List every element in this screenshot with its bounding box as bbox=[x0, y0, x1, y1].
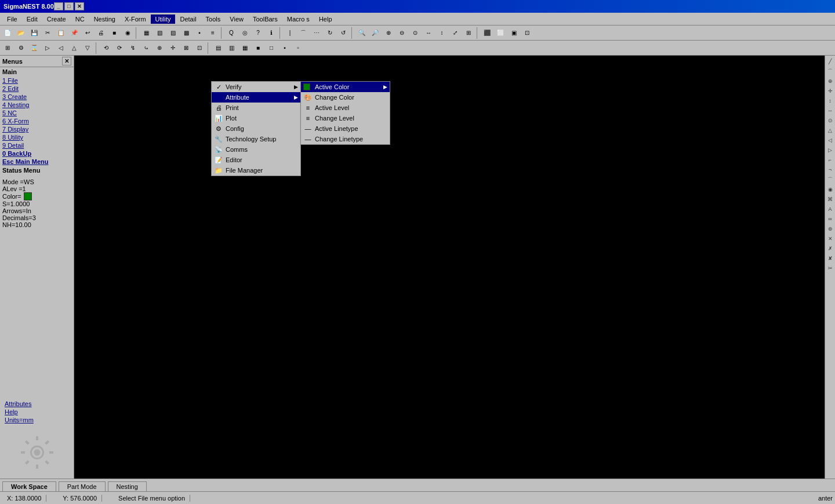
sidebar-item-edit[interactable]: 2 Edit bbox=[0, 85, 74, 93]
tb2-c3[interactable]: ▦ bbox=[238, 42, 251, 54]
submenu-item-change-linetype[interactable]: — Change Linetype bbox=[301, 134, 390, 144]
rt-btn-19[interactable]: ✕ bbox=[826, 234, 835, 243]
tb2-c5[interactable]: □ bbox=[265, 42, 278, 54]
tb-b5[interactable]: ▨ bbox=[166, 27, 179, 39]
tb2-c2[interactable]: ▥ bbox=[225, 42, 238, 54]
menu-edit[interactable]: Edit bbox=[22, 14, 42, 24]
menu-xform[interactable]: X-Form bbox=[120, 14, 151, 24]
rt-btn-13[interactable]: ⌒ bbox=[826, 175, 835, 184]
rt-btn-2[interactable]: ⌒ bbox=[826, 67, 835, 76]
tb-b1[interactable]: ■ bbox=[108, 27, 121, 39]
rt-btn-15[interactable]: ⌘ bbox=[826, 195, 835, 204]
rt-btn-8[interactable]: △ bbox=[826, 126, 835, 135]
submenu-item-change-color[interactable]: 🎨 Change Color bbox=[301, 92, 390, 103]
tb-e9[interactable]: ⊞ bbox=[462, 27, 475, 39]
tb-d4[interactable]: ↻ bbox=[324, 27, 336, 39]
rt-btn-11[interactable]: ⌐ bbox=[826, 155, 835, 165]
tb-new[interactable]: 📄 bbox=[1, 27, 14, 39]
tb2-b2[interactable]: ⟳ bbox=[113, 42, 126, 54]
tb-undo[interactable]: ↩ bbox=[81, 27, 94, 39]
sidebar-item-detail[interactable]: 9 Detail bbox=[0, 141, 74, 149]
tab-workspace[interactable]: Work Space bbox=[2, 481, 56, 491]
submenu-item-active-color[interactable]: Active Color ▶ bbox=[301, 82, 390, 92]
tb-copy[interactable]: 📋 bbox=[55, 27, 67, 39]
menu-item-config[interactable]: ⚙ Config bbox=[212, 123, 300, 134]
tb-e4[interactable]: ⊖ bbox=[395, 27, 408, 39]
tb-d1[interactable]: | bbox=[284, 27, 296, 39]
menu-item-technology-setup[interactable]: 🔧 Technology Setup bbox=[212, 134, 300, 144]
sidebar-item-nesting[interactable]: 4 Nesting bbox=[0, 101, 74, 109]
submenu-item-active-level[interactable]: ≡ Active Level bbox=[301, 103, 390, 113]
menu-item-editor[interactable]: 📝 Editor bbox=[212, 155, 300, 165]
tb2-a4[interactable]: ▷ bbox=[41, 42, 54, 54]
tb2-b6[interactable]: ✛ bbox=[166, 42, 179, 54]
tb-e6[interactable]: ↔ bbox=[422, 27, 435, 39]
tb-c3[interactable]: ? bbox=[252, 27, 264, 39]
tb-b6[interactable]: ▩ bbox=[180, 27, 193, 39]
maximize-button[interactable]: □ bbox=[64, 2, 74, 10]
tb-print[interactable]: 🖨 bbox=[95, 27, 107, 39]
tb-save[interactable]: 💾 bbox=[28, 27, 41, 39]
tb-e2[interactable]: 🔎 bbox=[369, 27, 382, 39]
rt-btn-9[interactable]: ◁ bbox=[826, 136, 835, 145]
rt-btn-7[interactable]: ⊙ bbox=[826, 116, 835, 125]
rt-btn-10[interactable]: ▷ bbox=[826, 145, 835, 155]
tb-d2[interactable]: ⌒ bbox=[297, 27, 310, 39]
tb-b3[interactable]: ▦ bbox=[140, 27, 153, 39]
tb2-a5[interactable]: ◁ bbox=[55, 42, 67, 54]
tb-e1[interactable]: 🔍 bbox=[355, 27, 368, 39]
rt-btn-21[interactable]: ✘ bbox=[826, 254, 835, 263]
sidebar-item-backup[interactable]: 0 BackUp bbox=[0, 149, 74, 158]
tb2-b1[interactable]: ⟲ bbox=[100, 42, 112, 54]
menu-item-print[interactable]: 🖨 Print bbox=[212, 103, 300, 113]
sidebar-item-nc[interactable]: 5 NC bbox=[0, 109, 74, 117]
tb2-a7[interactable]: ▽ bbox=[81, 42, 94, 54]
tb-e7[interactable]: ↕ bbox=[435, 27, 448, 39]
sidebar-item-esc[interactable]: Esc Main Menu bbox=[0, 158, 74, 166]
tb-b2[interactable]: ◉ bbox=[121, 27, 134, 39]
tb-f2[interactable]: ⬜ bbox=[494, 27, 507, 39]
tb-d5[interactable]: ↺ bbox=[337, 27, 350, 39]
close-button[interactable]: ✕ bbox=[75, 2, 84, 10]
rt-btn-3[interactable]: ⊕ bbox=[826, 76, 835, 86]
menu-nc[interactable]: NC bbox=[71, 14, 89, 24]
menu-item-comms[interactable]: 📡 Comms bbox=[212, 144, 300, 155]
sidebar-units[interactable]: Units=mm bbox=[2, 416, 71, 424]
tb-e5[interactable]: ⊙ bbox=[409, 27, 422, 39]
rt-btn-1[interactable]: ╱ bbox=[826, 57, 835, 66]
tb-b8[interactable]: ≡ bbox=[206, 27, 219, 39]
tb-e8[interactable]: ⤢ bbox=[449, 27, 462, 39]
rt-btn-22[interactable]: ✂ bbox=[826, 264, 835, 273]
sidebar-help[interactable]: Help bbox=[2, 408, 71, 416]
sidebar-item-create[interactable]: 3 Create bbox=[0, 93, 74, 101]
menu-toolbars[interactable]: ToolBars bbox=[248, 14, 282, 24]
menu-item-verify[interactable]: ✓ Verify ▶ bbox=[212, 82, 300, 92]
tb2-a3[interactable]: ⌛ bbox=[28, 42, 41, 54]
tb-d3[interactable]: ⋯ bbox=[310, 27, 323, 39]
tb2-b4[interactable]: ⤿ bbox=[140, 42, 153, 54]
rt-btn-5[interactable]: ↕ bbox=[826, 96, 835, 105]
tb2-a2[interactable]: ⚙ bbox=[14, 42, 27, 54]
menu-nesting[interactable]: Nesting bbox=[89, 14, 120, 24]
tb-c2[interactable]: ◎ bbox=[238, 27, 251, 39]
tb2-c6[interactable]: ▪ bbox=[278, 42, 291, 54]
submenu-item-change-level[interactable]: ≡ Change Level bbox=[301, 113, 390, 123]
tb-cut[interactable]: ✂ bbox=[41, 27, 54, 39]
tb-f3[interactable]: ▣ bbox=[507, 27, 520, 39]
tb2-a1[interactable]: ⊞ bbox=[1, 42, 14, 54]
sidebar-item-display[interactable]: 7 Display bbox=[0, 125, 74, 133]
rt-btn-6[interactable]: ↔ bbox=[826, 106, 835, 115]
rt-btn-18[interactable]: ⊛ bbox=[826, 224, 835, 233]
menu-utility[interactable]: Utility bbox=[151, 14, 176, 24]
sidebar-item-xform[interactable]: 6 X-Form bbox=[0, 117, 74, 125]
sidebar-item-utility[interactable]: 8 Utility bbox=[0, 133, 74, 141]
rt-btn-14[interactable]: ◉ bbox=[826, 185, 835, 194]
menu-file[interactable]: File bbox=[2, 14, 22, 24]
tb2-c4[interactable]: ■ bbox=[252, 42, 264, 54]
menu-help[interactable]: Help bbox=[314, 14, 337, 24]
menu-tools[interactable]: Tools bbox=[201, 14, 226, 24]
tb2-c1[interactable]: ▤ bbox=[212, 42, 224, 54]
minimize-button[interactable]: _ bbox=[54, 2, 63, 10]
rt-btn-4[interactable]: ✛ bbox=[826, 86, 835, 96]
sidebar-item-file[interactable]: 1 File bbox=[0, 76, 74, 85]
